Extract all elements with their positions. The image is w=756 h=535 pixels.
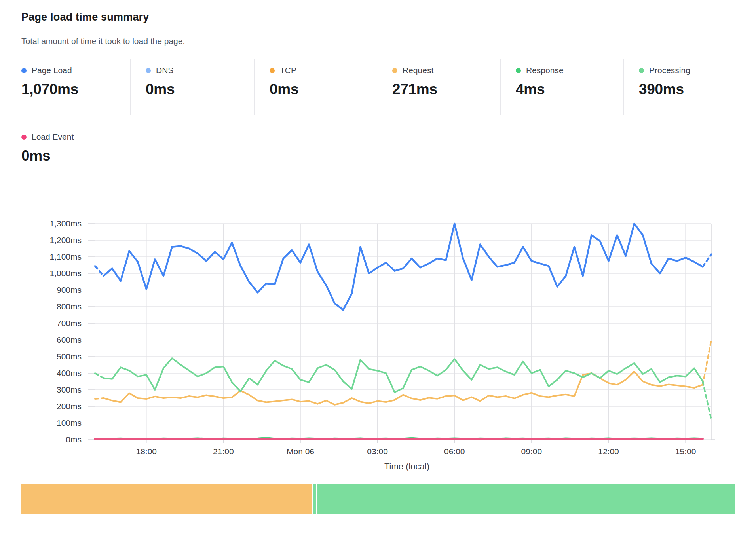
- stat-page-load: Page Load 1,070ms: [0, 59, 130, 115]
- series-processing-dash-end: [703, 381, 711, 420]
- stat-dns: DNS 0ms: [130, 59, 254, 115]
- x-tick-label: 21:00: [199, 446, 247, 457]
- processing-sliver: [313, 484, 316, 514]
- stat-value: 4ms: [516, 81, 623, 98]
- stat-label: Page Load: [32, 66, 72, 75]
- x-tick-label: 15:00: [662, 446, 709, 457]
- y-tick-label: 0ms: [0, 434, 82, 445]
- series-request-dash-start: [95, 398, 104, 399]
- stat-processing: Processing 390ms: [623, 59, 738, 115]
- y-tick-label: 1,300ms: [0, 218, 82, 229]
- y-tick-label: 600ms: [0, 335, 82, 345]
- series-processing-dash-start: [95, 373, 104, 378]
- x-tick-label: 03:00: [354, 446, 401, 457]
- stat-label: Request: [403, 66, 433, 75]
- series-page-load-line: [104, 224, 703, 310]
- y-tick-label: 200ms: [0, 401, 82, 412]
- timeline-bar: [21, 484, 735, 514]
- stat-label: TCP: [280, 66, 296, 75]
- x-tick-label: 06:00: [431, 446, 478, 457]
- stat-tcp: TCP 0ms: [254, 59, 377, 115]
- series-response-line: [95, 438, 703, 439]
- stat-value: 0ms: [146, 81, 254, 98]
- series-processing-line: [104, 358, 703, 392]
- stat-request: Request 271ms: [377, 59, 500, 115]
- stat-value: 1,070ms: [21, 81, 130, 98]
- stats-row: Page Load 1,070ms DNS 0ms TCP 0ms Reques…: [0, 59, 744, 115]
- stat-label: DNS: [156, 66, 173, 75]
- y-tick-label: 300ms: [0, 385, 82, 395]
- stat-response: Response 4ms: [500, 59, 623, 115]
- dns-dot-icon: [146, 68, 151, 73]
- y-tick-label: 1,000ms: [0, 268, 82, 279]
- y-tick-label: 700ms: [0, 318, 82, 328]
- x-tick-label: 09:00: [508, 446, 555, 457]
- stat-label: Processing: [649, 66, 690, 75]
- y-tick-label: 400ms: [0, 368, 82, 378]
- y-tick-label: 1,200ms: [0, 235, 82, 245]
- tcp-dot-icon: [270, 68, 275, 73]
- processing-dot-icon: [639, 68, 644, 73]
- y-tick-label: 100ms: [0, 418, 82, 428]
- y-tick-label: 800ms: [0, 302, 82, 312]
- request-segment: [21, 484, 312, 514]
- page-title: Page load time summary: [21, 11, 149, 23]
- y-tick-label: 500ms: [0, 351, 82, 362]
- processing-segment: [317, 484, 735, 514]
- y-tick-label: 1,100ms: [0, 252, 82, 262]
- x-tick-label: 12:00: [585, 446, 633, 457]
- x-tick-label: 18:00: [123, 446, 170, 457]
- series-request-dash-end: [703, 340, 711, 385]
- page-subtitle: Total amount of time it took to load the…: [21, 36, 185, 46]
- stat-label: Load Event: [32, 132, 74, 142]
- series-page-load-dash-start: [95, 266, 104, 276]
- y-tick-label: 900ms: [0, 285, 82, 295]
- request-dot-icon: [392, 68, 397, 73]
- stat-value: 390ms: [639, 81, 738, 98]
- stat-value: 271ms: [392, 81, 500, 98]
- x-axis-title: Time (local): [379, 461, 435, 472]
- response-dot-icon: [516, 68, 521, 73]
- series-page-load-dash-end: [703, 254, 711, 267]
- load-event-dot-icon: [21, 135, 27, 140]
- series-request-line: [104, 372, 703, 405]
- stat-value: 0ms: [270, 81, 377, 98]
- stat-load-event: Load Event 0ms: [21, 132, 74, 164]
- page-load-dot-icon: [21, 68, 27, 73]
- x-tick-label: Mon 06: [277, 446, 324, 457]
- stat-value: 0ms: [21, 148, 74, 164]
- stat-label: Response: [526, 66, 564, 75]
